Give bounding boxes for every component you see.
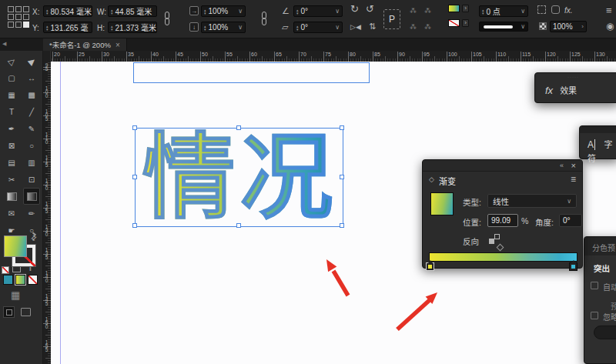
selected-artwork-frame[interactable]: 情况 <box>135 128 343 227</box>
panel-menu-icon[interactable]: ≡ <box>606 5 612 16</box>
separations-preview-panel[interactable]: 分色预 突出 自动 预 忽略 <box>584 236 616 364</box>
gradient-stop-start[interactable] <box>426 262 434 271</box>
flip-horizontal-button[interactable]: ▷◀ <box>350 22 361 32</box>
preview-mode-button[interactable] <box>21 308 31 316</box>
character-panel[interactable]: A 字符 <box>579 125 616 159</box>
align-distribute-icon[interactable]: ⁂ <box>410 6 417 15</box>
stepper-icon[interactable]: ▴▾ <box>296 25 299 31</box>
shear-field[interactable]: ▴▾ 0°∨ <box>293 22 343 33</box>
reverse-gradient-icon[interactable] <box>489 234 500 244</box>
effects-panel[interactable]: ····· fx 效果 <box>534 72 616 103</box>
stroke-menu-button[interactable]: › <box>462 19 469 27</box>
scale-x-field[interactable]: ▴▾ 100%∨ <box>201 5 246 17</box>
scissors-tool-icon[interactable]: ✂ <box>3 171 20 188</box>
ruler-corner[interactable] <box>43 51 51 62</box>
stepper-icon[interactable]: ▴▾ <box>204 8 206 15</box>
vertical-ruler[interactable]: 95100105110115120125130135140145150155 <box>43 62 51 364</box>
rotation-field[interactable]: ▴▾ 0°∨ <box>293 5 343 17</box>
stepper-icon[interactable]: ▴▾ <box>482 8 484 15</box>
apply-none-button[interactable] <box>28 275 38 285</box>
proxy-cell[interactable] <box>8 22 14 28</box>
apply-gradient-button[interactable] <box>15 275 25 285</box>
ignore-checkbox[interactable] <box>591 312 598 319</box>
position-field[interactable]: 99.09 <box>487 214 518 227</box>
direct-selection-tool-icon[interactable]: ▷ <box>3 52 20 69</box>
effects-menu-button[interactable]: fx. <box>564 6 573 15</box>
close-panel-icon[interactable]: × <box>571 161 576 170</box>
gradient-midpoint-icon[interactable] <box>497 244 504 252</box>
selection-handle[interactable] <box>132 175 137 179</box>
gradient-ramp[interactable] <box>429 252 578 262</box>
gradient-swatch-tool-icon[interactable] <box>3 188 20 205</box>
proxy-cell[interactable] <box>8 6 14 12</box>
page-tool-icon[interactable]: ▢ <box>3 69 20 86</box>
eyedropper-tool-icon[interactable]: ✏ <box>23 205 40 222</box>
selection-handle[interactable] <box>340 223 344 228</box>
stepper-icon[interactable]: ▴▾ <box>46 8 49 15</box>
collapse-panel-icon[interactable]: « <box>560 162 564 169</box>
align-distribute-icon[interactable]: ⁂ <box>410 22 417 32</box>
separations-tab-title[interactable]: 分色预 <box>592 242 615 253</box>
proxy-cell[interactable] <box>15 22 22 28</box>
stepper-icon[interactable]: ▴▾ <box>111 25 113 31</box>
content-placer-tool-icon[interactable]: ▩ <box>23 86 40 103</box>
chevron-down-icon[interactable]: ∨ <box>236 8 243 15</box>
chevron-down-icon[interactable]: ∨ <box>236 24 243 31</box>
fill-color-swatch[interactable] <box>448 5 460 12</box>
y-field[interactable]: ▴▾ 131.265 毫 <box>43 22 92 33</box>
selection-tool-icon[interactable]: ▶ <box>23 52 40 69</box>
constrain-dimensions-link-icon[interactable] <box>163 12 171 26</box>
normal-view-mode-button[interactable] <box>3 306 15 318</box>
scale-y-field[interactable]: ▴▾ 100%∨ <box>201 22 246 33</box>
selection-handle[interactable] <box>340 125 344 130</box>
rotate-ccw-button[interactable]: ↺ <box>366 5 374 14</box>
refresh-button[interactable] <box>594 326 616 339</box>
gradient-stop-end[interactable] <box>569 262 578 271</box>
chevron-down-icon[interactable]: ∨ <box>519 8 525 15</box>
note-tool-icon[interactable]: ✉ <box>3 205 20 222</box>
gap-tool-icon[interactable]: ↔ <box>23 69 40 86</box>
x-field[interactable]: ▴▾ 80.534 毫米 <box>43 5 92 17</box>
free-transform-tool-icon[interactable]: ⊡ <box>23 171 40 188</box>
constrain-scale-link-icon[interactable] <box>260 12 268 26</box>
proxy-cell[interactable] <box>23 14 29 20</box>
default-fill-stroke-icon[interactable] <box>2 266 9 274</box>
gradient-preview-swatch[interactable] <box>430 192 454 215</box>
frame-tool-icon[interactable]: ⊠ <box>3 137 20 154</box>
fill-menu-button[interactable]: › <box>462 5 469 12</box>
flip-vertical-button[interactable]: ⇅ <box>369 22 376 31</box>
align-distribute-icon[interactable]: ⁂ <box>424 22 431 32</box>
type-tool-icon[interactable]: T <box>3 103 20 120</box>
chevron-right-icon[interactable]: › <box>580 23 584 30</box>
h-field[interactable]: ▴▾ 21.373 毫米 <box>108 22 157 33</box>
stroke-color-swatch[interactable] <box>448 19 460 27</box>
gradient-feather-tool-icon[interactable] <box>23 188 40 205</box>
tab-scroll-icon[interactable]: ◀ <box>2 41 6 47</box>
gradient-type-dropdown[interactable]: 线性 ∨ <box>487 194 577 208</box>
pen-tool-icon[interactable]: ✒ <box>3 120 20 137</box>
apply-color-button[interactable] <box>3 275 13 285</box>
align-distribute-icon[interactable]: ⁂ <box>424 6 431 15</box>
quick-apply-icon[interactable]: ◉ <box>606 21 614 32</box>
proxy-cell-selected[interactable] <box>23 22 29 28</box>
frame-fitting-icon[interactable] <box>537 5 546 14</box>
stroke-weight-field[interactable]: ▴▾ 0 点∨ <box>479 5 528 17</box>
fill-proxy-swatch[interactable] <box>4 235 27 257</box>
chevron-down-icon[interactable]: ∨ <box>333 24 340 31</box>
proxy-cell[interactable] <box>15 6 22 12</box>
stepper-icon[interactable]: ▴▾ <box>111 8 113 15</box>
selection-handle[interactable] <box>132 125 137 130</box>
content-collector-tool-icon[interactable]: ▦ <box>3 86 20 103</box>
proxy-cell[interactable] <box>8 14 14 20</box>
angle-field[interactable]: 0° <box>559 214 582 227</box>
proxy-cell[interactable] <box>15 14 22 20</box>
chevron-down-icon[interactable]: ∨ <box>565 198 571 205</box>
selection-handle[interactable] <box>132 223 137 228</box>
selection-handle[interactable] <box>236 223 241 228</box>
selection-handle[interactable] <box>236 125 241 130</box>
selection-handle[interactable] <box>340 175 344 179</box>
view-grid-icon[interactable]: ▦ <box>11 289 20 301</box>
ellipse-tool-icon[interactable]: ○ <box>23 137 40 154</box>
rotate-cw-button[interactable]: ↻ <box>350 5 359 14</box>
gradient-artwork-text[interactable]: 情况 <box>137 127 343 226</box>
